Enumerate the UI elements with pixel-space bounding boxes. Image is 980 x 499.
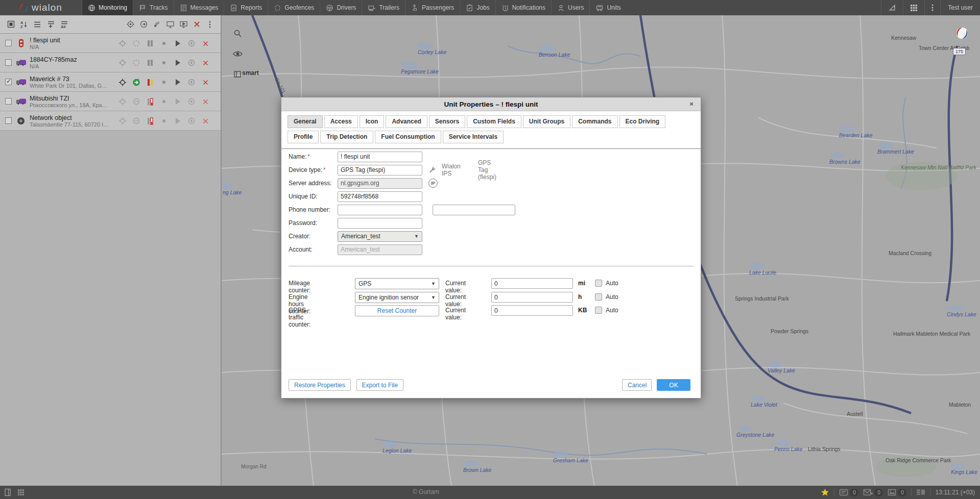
select-all-icon[interactable] xyxy=(4,18,17,31)
tab-access[interactable]: Access xyxy=(324,115,358,128)
quick-track-icon[interactable] xyxy=(174,117,182,125)
device-settings-icon[interactable] xyxy=(428,166,436,174)
device-model-link[interactable]: GPS Tag (flespi) xyxy=(478,159,496,181)
apps-grid-icon[interactable] xyxy=(903,0,924,15)
gprs-current-value-input[interactable] xyxy=(491,305,573,316)
unit-row-maz[interactable]: 1884CY-785mazN/A xyxy=(0,53,221,72)
mileage-current-value-input[interactable] xyxy=(491,278,573,289)
mileage-auto-checkbox[interactable] xyxy=(595,280,602,287)
current-user[interactable]: Test user xyxy=(940,0,980,15)
wialon-logo[interactable]: wialon xyxy=(0,0,82,15)
cancel-button[interactable]: Cancel xyxy=(622,379,652,391)
quick-track-icon[interactable] xyxy=(174,39,182,47)
locate-units-icon[interactable] xyxy=(124,18,137,31)
quick-track-icon[interactable] xyxy=(174,59,182,67)
nav-tracks[interactable]: Tracks xyxy=(133,0,174,15)
map-compass-icon[interactable] xyxy=(955,27,969,42)
nav-passengers[interactable]: Passengers xyxy=(405,0,460,15)
nav-reports[interactable]: Reports xyxy=(224,0,268,15)
remove-unit-icon[interactable] xyxy=(201,97,209,106)
nav-jobs[interactable]: Jobs xyxy=(460,0,495,15)
list-view-icon[interactable] xyxy=(31,18,44,31)
quick-track-icon[interactable] xyxy=(174,97,182,106)
nav-messages[interactable]: Messages xyxy=(174,0,224,15)
device-protocol-link[interactable]: Wialon IPS xyxy=(442,163,461,177)
tab-general[interactable]: General xyxy=(288,115,323,128)
layout-columns-icon[interactable] xyxy=(916,489,925,496)
restore-properties-button[interactable]: Restore Properties xyxy=(289,379,351,391)
more-menu-icon[interactable] xyxy=(924,0,940,15)
tab-sensors[interactable]: Sensors xyxy=(429,115,465,128)
unit-checkbox[interactable] xyxy=(5,40,12,46)
tab-eco-driving[interactable]: Eco Driving xyxy=(619,115,666,128)
export-to-file-button[interactable]: Export to File xyxy=(356,379,404,391)
tab-unit-groups[interactable]: Unit Groups xyxy=(523,115,570,128)
toggle-panel-icon[interactable] xyxy=(4,488,11,496)
unit-trace-icon[interactable] xyxy=(187,78,196,86)
phone-number-input-2[interactable] xyxy=(433,205,515,215)
tab-profile[interactable]: Profile xyxy=(288,131,319,143)
nav-users[interactable]: Users xyxy=(551,0,589,15)
add-to-list-icon[interactable] xyxy=(44,18,57,31)
ruler-tool-icon[interactable] xyxy=(881,0,903,15)
unit-trace-icon[interactable] xyxy=(187,117,196,125)
close-icon[interactable]: × xyxy=(687,99,696,109)
remove-unit-icon[interactable] xyxy=(201,39,209,47)
bottom-grid-icon[interactable] xyxy=(17,489,25,496)
password-input[interactable] xyxy=(338,218,422,229)
device-type-input[interactable] xyxy=(338,165,422,176)
phone-number-input-1[interactable] xyxy=(338,205,422,215)
unit-checkbox[interactable] xyxy=(5,98,12,105)
reset-counter-button[interactable]: Reset Counter xyxy=(355,305,439,316)
show-all-icon[interactable]: All xyxy=(57,18,70,31)
nav-trailers[interactable]: Trailers xyxy=(362,0,405,15)
gprs-auto-checkbox[interactable] xyxy=(595,307,602,314)
tab-trip-detection[interactable]: Trip Detection xyxy=(320,131,373,143)
remove-unit-icon[interactable] xyxy=(201,78,209,86)
tab-service-intervals[interactable]: Service Intervals xyxy=(443,131,504,143)
watch-state-icon[interactable] xyxy=(132,39,140,47)
unit-trace-icon[interactable] xyxy=(187,97,196,106)
favorites-star-icon[interactable] xyxy=(821,488,829,496)
engine-hours-auto-checkbox[interactable] xyxy=(595,293,602,301)
map-visibility-icon[interactable] xyxy=(231,47,244,60)
unit-row-maverick[interactable]: Maverick # 73White Park Dr 101, Dallas, … xyxy=(0,72,221,92)
show-on-map-icon[interactable] xyxy=(118,97,127,106)
map-search-icon[interactable] xyxy=(231,27,244,40)
tab-fuel-consumption[interactable]: Fuel Consumption xyxy=(375,131,441,143)
unit-checkbox[interactable] xyxy=(5,117,12,124)
tab-commands[interactable]: Commands xyxy=(572,115,617,128)
show-on-map-icon[interactable] xyxy=(118,117,127,125)
unit-trace-icon[interactable] xyxy=(187,39,196,47)
watch-state-icon[interactable] xyxy=(132,59,140,67)
unit-checkbox[interactable] xyxy=(5,59,12,66)
clear-list-icon[interactable] xyxy=(190,18,203,31)
log-messages-icon[interactable]: 0 xyxy=(839,489,858,496)
tab-custom-fields[interactable]: Custom Fields xyxy=(467,115,521,128)
tab-advanced[interactable]: Advanced xyxy=(386,115,427,128)
unit-row-mitsubishi[interactable]: Mitsubishi TZIРокоссовского ул., 18А, Кр… xyxy=(0,92,221,111)
mail-notifications-icon[interactable]: 0 xyxy=(863,489,883,496)
nav-units[interactable]: Units xyxy=(589,0,626,15)
unique-id-input[interactable] xyxy=(338,191,422,202)
unit-row-flespi[interactable]: ! flespi unitN/A xyxy=(0,34,221,53)
follow-units-icon[interactable] xyxy=(137,18,150,31)
remove-unit-icon[interactable] xyxy=(201,117,209,125)
tab-icon[interactable]: Icon xyxy=(360,115,385,128)
monitor-icon[interactable] xyxy=(163,18,177,31)
unit-trace-icon[interactable] xyxy=(187,59,196,67)
engine-hours-counter-select[interactable]: Engine ignition sensor▼ xyxy=(355,292,439,303)
show-on-map-icon[interactable] xyxy=(118,59,127,67)
ip-badge-icon[interactable]: IP xyxy=(428,179,438,188)
creator-select[interactable]: American_test▼ xyxy=(338,231,422,242)
nav-monitoring[interactable]: Monitoring xyxy=(82,0,133,15)
nav-notifications[interactable]: Notifications xyxy=(495,0,551,15)
copyright[interactable]: © Gurtam xyxy=(403,488,449,495)
nav-geofences[interactable]: Geofences xyxy=(268,0,320,15)
name-input[interactable] xyxy=(338,152,422,162)
monitor-play-icon[interactable] xyxy=(177,18,190,31)
engine-hours-current-value-input[interactable] xyxy=(491,292,573,303)
track-signal-icon[interactable] xyxy=(150,18,163,31)
show-on-map-icon[interactable] xyxy=(118,39,127,47)
unit-checkbox-checked[interactable] xyxy=(5,79,12,85)
